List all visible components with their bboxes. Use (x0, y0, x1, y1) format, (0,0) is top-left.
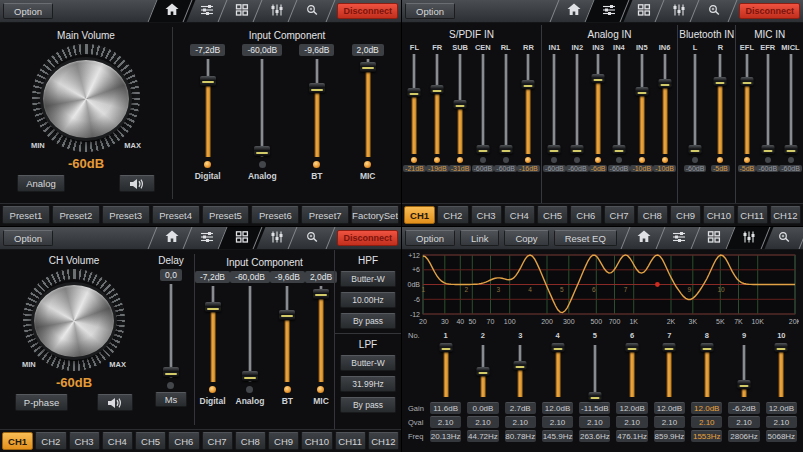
fader-handle[interactable] (313, 289, 329, 299)
freq-value-band-4[interactable]: 145.9Hz (542, 430, 573, 442)
hpf-bypass-button[interactable]: By pass (340, 313, 396, 329)
ms-unit-button[interactable]: Ms (155, 392, 187, 407)
fader-handle[interactable] (200, 76, 216, 86)
q-value-band-3[interactable]: 2.10 (505, 416, 536, 428)
hpf-type-button[interactable]: Butter-W (340, 271, 396, 287)
fader-bt-slider[interactable] (309, 59, 325, 157)
freq-value-band-6[interactable]: 476.1Hz (616, 430, 647, 442)
fader-handle[interactable] (476, 367, 489, 376)
fader-rr-slider[interactable] (522, 54, 535, 154)
channel-tab-ch1[interactable]: CH1 (2, 432, 33, 450)
fader-digital-slider[interactable] (200, 59, 216, 157)
channel-tab-ch11[interactable]: CH11 (737, 206, 768, 224)
copy-button[interactable]: Copy (504, 230, 548, 246)
q-value-band-9[interactable]: 2.10 (728, 416, 759, 428)
eq-band-fader-4-slider[interactable] (551, 345, 564, 397)
freq-value-band-7[interactable]: 859.9Hz (654, 430, 685, 442)
fader-handle[interactable] (784, 145, 797, 154)
fader-mic-slider[interactable] (313, 286, 329, 382)
fader-handle[interactable] (522, 80, 535, 89)
eq-band-fader-6-slider[interactable] (626, 345, 639, 397)
disconnect-button[interactable]: Disconnect (337, 230, 398, 246)
disconnect-button[interactable]: Disconnect (337, 3, 398, 19)
fader-handle[interactable] (740, 77, 753, 86)
channel-tab-ch12[interactable]: CH12 (368, 432, 399, 450)
fader-handle[interactable] (514, 361, 527, 370)
channel-tab-ch2[interactable]: CH2 (437, 206, 468, 224)
channel-tab-ch7[interactable]: CH7 (604, 206, 635, 224)
fader-handle[interactable] (551, 343, 564, 352)
option-button[interactable]: Option (3, 230, 53, 246)
fader-handle[interactable] (658, 79, 671, 88)
fader-analog-slider[interactable] (242, 286, 258, 382)
gain-value-band-9[interactable]: -6.2dB (728, 402, 759, 414)
fader-fl-slider[interactable] (408, 54, 421, 154)
fader-mic-slider[interactable] (360, 59, 376, 157)
fader-handle[interactable] (571, 145, 584, 154)
mute-button[interactable] (97, 394, 133, 411)
channel-tab-ch7[interactable]: CH7 (202, 432, 233, 450)
fader-sub-slider[interactable] (454, 54, 467, 154)
channel-tab-ch2[interactable]: CH2 (35, 432, 66, 450)
channel-volume-knob[interactable]: MIN MAX (18, 269, 130, 373)
fader-digital-slider[interactable] (205, 286, 221, 382)
channel-tab-ch10[interactable]: CH10 (301, 432, 332, 450)
fader-handle[interactable] (309, 83, 325, 93)
fader-handle[interactable] (454, 100, 467, 109)
nav-tab-magnifier[interactable] (696, 0, 731, 22)
gain-value-band-7[interactable]: 12.0dB (654, 402, 685, 414)
channel-tab-ch6[interactable]: CH6 (570, 206, 601, 224)
q-value-band-1[interactable]: 2.10 (430, 416, 461, 428)
eq-band-fader-9-slider[interactable] (738, 345, 751, 397)
fader-in6-slider[interactable] (658, 54, 671, 154)
preset-tab-preset4[interactable]: Preset4 (152, 206, 200, 224)
freq-value-band-1[interactable]: 20.13Hz (430, 430, 461, 442)
eq-band-fader-2-slider[interactable] (476, 345, 489, 397)
channel-tab-ch4[interactable]: CH4 (504, 206, 535, 224)
fader-handle[interactable] (635, 87, 648, 96)
q-value-band-8[interactable]: 2.10 (691, 416, 722, 428)
gain-value-band-2[interactable]: 0.0dB (467, 402, 498, 414)
channel-tab-ch6[interactable]: CH6 (168, 432, 199, 450)
analog-source-button[interactable]: Analog (17, 175, 65, 192)
freq-value-band-10[interactable]: 5068Hz (766, 430, 797, 442)
channel-tab-ch8[interactable]: CH8 (637, 206, 668, 224)
option-button[interactable]: Option (3, 3, 53, 19)
channel-tab-ch9[interactable]: CH9 (268, 432, 299, 450)
preset-tab-preset7[interactable]: Preset7 (301, 206, 349, 224)
preset-tab-factoryset[interactable]: FactorySet (351, 206, 399, 224)
fader-bt-slider[interactable] (279, 286, 295, 382)
channel-tab-ch1[interactable]: CH1 (404, 206, 435, 224)
link-button[interactable]: Link (460, 230, 499, 246)
channel-tab-ch4[interactable]: CH4 (102, 432, 133, 450)
fader-handle[interactable] (205, 302, 221, 312)
q-value-band-10[interactable]: 2.10 (766, 416, 797, 428)
mute-button[interactable] (119, 175, 155, 192)
option-button[interactable]: Option (405, 3, 455, 19)
fader-efl-slider[interactable] (740, 54, 753, 154)
channel-tab-ch9[interactable]: CH9 (670, 206, 701, 224)
preset-tab-preset5[interactable]: Preset5 (202, 206, 250, 224)
fader-handle[interactable] (592, 74, 605, 83)
eq-response-graph[interactable]: 20304050701002003005007001K2K3K5K7K10K20… (405, 252, 800, 328)
knob-face[interactable] (31, 282, 117, 360)
channel-tab-ch8[interactable]: CH8 (235, 432, 266, 450)
p-phase-button[interactable]: P-phase (15, 394, 68, 411)
fader-handle[interactable] (588, 392, 601, 401)
fader-handle[interactable] (254, 146, 270, 156)
fader-handle[interactable] (761, 145, 774, 154)
fader-in3-slider[interactable] (592, 54, 605, 154)
channel-tab-ch3[interactable]: CH3 (69, 432, 100, 450)
fader-handle[interactable] (700, 343, 713, 352)
lpf-frequency-button[interactable]: 31.99Hz (340, 376, 396, 392)
eq-band-fader-5-slider[interactable] (588, 345, 601, 397)
fader-handle[interactable] (360, 62, 376, 72)
gain-value-band-8[interactable]: 12.0dB (691, 402, 722, 414)
freq-value-band-9[interactable]: 2806Hz (728, 430, 759, 442)
reset-eq-button[interactable]: Reset EQ (554, 230, 617, 246)
freq-value-band-3[interactable]: 80.78Hz (505, 430, 536, 442)
freq-value-band-2[interactable]: 44.72Hz (467, 430, 498, 442)
fader-handle[interactable] (279, 310, 295, 320)
eq-band-fader-8-slider[interactable] (700, 345, 713, 397)
freq-value-band-8[interactable]: 1553Hz (691, 430, 722, 442)
